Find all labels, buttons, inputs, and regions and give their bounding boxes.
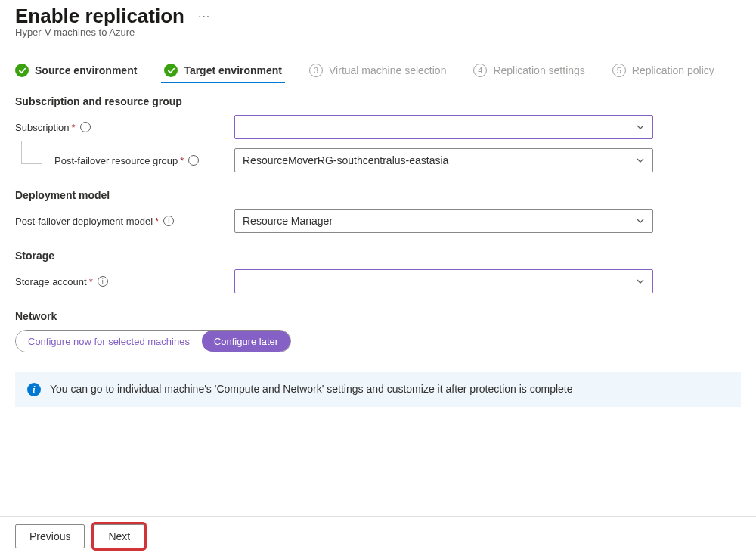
chevron-down-icon (636, 216, 645, 225)
step-label: Replication settings (493, 64, 584, 76)
page-header: Enable replication ··· Hyper-V machines … (15, 0, 741, 38)
field-label: Storage account (15, 276, 87, 287)
step-vm-selection[interactable]: 3 Virtual machine selection (309, 64, 446, 82)
row-storage-account: Storage account * i (15, 269, 741, 293)
step-number-icon: 4 (473, 64, 487, 77)
more-icon[interactable]: ··· (198, 10, 210, 23)
info-message: You can go to individual machine's 'Comp… (50, 383, 573, 395)
step-replication-policy[interactable]: 5 Replication policy (612, 64, 714, 82)
segment-configure-now[interactable]: Configure now for selected machines (16, 331, 202, 352)
step-source-environment[interactable]: Source environment (15, 64, 137, 82)
row-postfailover-deploy: Post-failover deployment model * i Resou… (15, 209, 741, 233)
info-icon[interactable]: i (188, 155, 199, 166)
section-network: Network (15, 310, 741, 322)
postfailover-deploy-dropdown[interactable]: Resource Manager (234, 209, 653, 233)
segment-configure-later[interactable]: Configure later (202, 331, 290, 352)
dropdown-value: ResourceMoverRG-southcentralus-eastasia (243, 154, 448, 166)
previous-button[interactable]: Previous (15, 524, 85, 548)
check-icon (15, 64, 29, 77)
wizard-footer: Previous Next (0, 516, 756, 559)
info-icon[interactable]: i (80, 122, 91, 132)
page-subtitle: Hyper-V machines to Azure (15, 26, 741, 38)
chevron-down-icon (636, 156, 645, 165)
row-postfailover-rg: Post-failover resource group * i Resourc… (15, 148, 741, 172)
postfailover-rg-dropdown[interactable]: ResourceMoverRG-southcentralus-eastasia (234, 148, 653, 172)
check-icon (164, 64, 178, 77)
storage-account-dropdown[interactable] (234, 269, 653, 293)
step-label: Virtual machine selection (329, 64, 446, 76)
field-label: Post-failover resource group (54, 155, 178, 166)
section-storage: Storage (15, 250, 741, 262)
wizard-steps: Source environment Target environment 3 … (15, 64, 741, 82)
form-target-environment: Subscription and resource group Subscrip… (15, 95, 741, 407)
step-number-icon: 5 (612, 64, 626, 77)
field-label: Post-failover deployment model (15, 216, 153, 227)
connector-line (21, 141, 42, 164)
step-number-icon: 3 (309, 64, 323, 77)
required-asterisk: * (72, 122, 76, 133)
step-label: Replication policy (632, 64, 714, 76)
chevron-down-icon (636, 277, 645, 286)
info-icon[interactable]: i (98, 276, 108, 287)
info-icon[interactable]: i (163, 216, 174, 226)
required-asterisk: * (155, 216, 159, 227)
section-deployment-model: Deployment model (15, 189, 741, 201)
step-label: Target environment (184, 64, 282, 76)
next-button[interactable]: Next (94, 524, 144, 548)
section-subscription-group: Subscription and resource group (15, 95, 741, 107)
subscription-dropdown[interactable] (234, 115, 653, 139)
chevron-down-icon (636, 123, 645, 132)
step-label: Source environment (35, 64, 137, 76)
page-title: Enable replication (15, 5, 184, 28)
dropdown-value: Resource Manager (243, 215, 333, 227)
info-icon: i (27, 383, 41, 396)
network-segment-toggle[interactable]: Configure now for selected machines Conf… (15, 330, 291, 352)
row-subscription: Subscription * i (15, 115, 741, 139)
step-replication-settings[interactable]: 4 Replication settings (473, 64, 584, 82)
field-label: Subscription (15, 122, 70, 133)
required-asterisk: * (180, 155, 184, 166)
required-asterisk: * (89, 276, 93, 287)
info-banner: i You can go to individual machine's 'Co… (15, 372, 741, 407)
step-target-environment[interactable]: Target environment (164, 64, 282, 82)
